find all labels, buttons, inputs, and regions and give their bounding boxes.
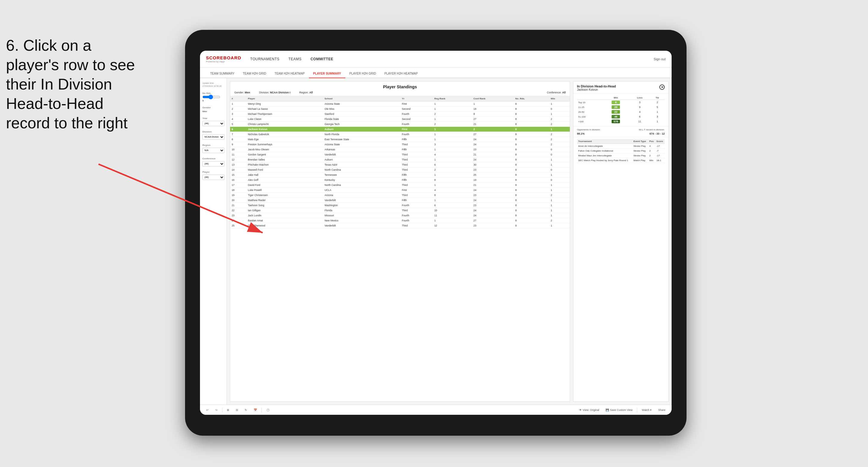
table-row[interactable]: 8 Mats Ege East Tennessee State Fifth 1 …	[230, 137, 570, 142]
nav-right: Sign out	[654, 57, 665, 61]
h2h-row: 11-25 20 9 5	[577, 105, 665, 110]
opponents-pct: 98.1%	[577, 132, 585, 135]
cell-conf-rank: 24	[472, 142, 514, 147]
table-row[interactable]: 6 Jackson Koivun Auburn First 1 2 8 1	[230, 127, 570, 132]
nav-teams[interactable]: TEAMS	[288, 56, 302, 62]
h2h-header: In Division Head-to-Head Jackson Koivun …	[574, 82, 668, 93]
cell-conf-rank: 21	[472, 183, 514, 188]
cell-yr: Fourth	[400, 213, 433, 218]
nav-sign-out[interactable]: Sign out	[654, 57, 665, 61]
cell-yr: Third	[400, 152, 433, 157]
h2h-range-label: >100	[577, 119, 602, 124]
cell-conf-rank: 24	[472, 213, 514, 218]
table-row[interactable]: 10 Jacob Mou Olesen Arkansas Fifth 1 23 …	[230, 147, 570, 152]
view-original-btn[interactable]: 👁 View: Original	[577, 408, 601, 412]
cell-win: 2	[549, 218, 570, 223]
cell-conf-rank: 21	[472, 122, 514, 127]
region-label: Region	[203, 144, 224, 147]
tourney-col-pos: Pos	[648, 139, 655, 144]
table-row[interactable]: 7 Nicholas Gabrelcik North Florida Fourt…	[230, 132, 570, 137]
cell-win: 1	[549, 203, 570, 208]
cell-conf-rank: 23	[472, 147, 514, 152]
cell-rds: 8	[514, 152, 549, 157]
bottom-toolbar: ↩ ↪ ⊞ ⊟ ↻ 📅 🕐 👁 View: Original 💾 Save Cu…	[200, 405, 672, 415]
cell-rds: 8	[514, 203, 549, 208]
subnav-player-h2h-heatmap[interactable]: PLAYER H2H HEATMAP	[380, 69, 422, 78]
cell-rank: 4	[230, 117, 246, 122]
cell-yr: Fourth	[400, 218, 433, 223]
h2h-row: >100 578 11 1	[577, 119, 665, 124]
cell-yr: Fourth	[400, 112, 433, 117]
watch-btn[interactable]: Watch ▾	[640, 408, 654, 412]
subnav-team-summary[interactable]: TEAM SUMMARY	[206, 69, 239, 78]
table-row[interactable]: 4 Luke Claton Florida State Second 1 27 …	[230, 117, 570, 122]
region-select[interactable]: N/A East West	[203, 148, 224, 153]
cell-player: Christo Lamprecht	[246, 122, 323, 127]
table-row[interactable]: 9 Preston Summerhays Arizona State Third…	[230, 142, 570, 147]
cell-school: Arkansas	[323, 147, 400, 152]
cell-conf-rank: 1	[472, 101, 514, 106]
cell-conf-rank: 2	[472, 127, 514, 132]
cell-win: 1	[549, 183, 570, 188]
subnav-player-summary[interactable]: PLAYER SUMMARY	[309, 69, 345, 78]
paste-btn[interactable]: ⊟	[234, 408, 240, 412]
h2h-range-label: 11-25	[577, 105, 602, 110]
h2h-tie-cell: 3	[650, 114, 665, 119]
cell-school: East Tennessee State	[323, 137, 400, 142]
clock-btn[interactable]: 🕐	[264, 408, 272, 412]
tournament-pos: 2	[648, 153, 655, 158]
nav-tournaments[interactable]: TOURNAMENTS	[250, 56, 279, 62]
cell-school: Georgia Tech	[323, 122, 400, 127]
table-row[interactable]: 2 Michael La Sasso Ole Miss Second 1 18 …	[230, 106, 570, 112]
close-button[interactable]: ✕	[659, 85, 665, 90]
h2h-player: Jackson Koivun	[577, 88, 616, 91]
subnav-team-h2h-grid[interactable]: TEAM H2H GRID	[239, 69, 271, 78]
opponents-section: Opponents in division: W-L-T record in-d…	[574, 127, 668, 137]
share-btn[interactable]: Share	[656, 408, 668, 412]
cell-reg-rank: 10	[433, 208, 472, 213]
table-row[interactable]: 5 Christo Lamprecht Georgia Tech Fourth …	[230, 122, 570, 127]
h2h-row: 51-100 46 6 3	[577, 114, 665, 119]
cell-conf-rank: 24	[472, 137, 514, 142]
tournament-type: Stroke Play	[632, 149, 648, 153]
cell-conf-rank: 23	[472, 203, 514, 208]
cell-win: 1	[549, 188, 570, 193]
h2h-title-area: In Division Head-to-Head Jackson Koivun	[577, 85, 616, 91]
cell-player: Mats Ege	[246, 137, 323, 142]
nav-committee[interactable]: COMMITTEE	[310, 56, 333, 62]
no-rds-slider[interactable]	[203, 96, 220, 98]
subnav-team-h2h-heatmap[interactable]: TEAM H2H HEATMAP	[271, 69, 309, 78]
table-row[interactable]: 1 Wenyi Ding Arizona State First 1 1 8 1	[230, 101, 570, 106]
col-no-rds: No. Rds.	[514, 96, 549, 101]
h2h-tie-cell: 2	[650, 100, 665, 105]
calendar-btn[interactable]: 📅	[252, 408, 259, 412]
cell-conf-rank: 24	[472, 188, 514, 193]
cell-conf-rank: 23	[472, 223, 514, 228]
year-select[interactable]: (All) 2024 2023	[203, 121, 224, 126]
undo-btn[interactable]: ↩	[204, 408, 211, 412]
cell-player: Nicholas Gabrelcik	[246, 132, 323, 137]
toolbar-sep3	[637, 408, 637, 412]
cell-rds: 8	[514, 142, 549, 147]
h2h-win-cell: 578	[602, 119, 629, 124]
sub-nav: TEAM SUMMARY TEAM H2H GRID TEAM H2H HEAT…	[200, 67, 672, 78]
cell-rds: 8	[514, 162, 549, 167]
table-row[interactable]: 3 Michael Thorbjornsen Stanford Fourth 2…	[230, 112, 570, 117]
cell-yr: Fifth	[400, 147, 433, 152]
cell-yr: Third	[400, 167, 433, 173]
save-custom-btn[interactable]: 💾 Save Custom View	[603, 408, 634, 412]
cell-conf-rank: 30	[472, 162, 514, 167]
nav-items: TOURNAMENTS TEAMS COMMITTEE	[250, 56, 653, 62]
division-select[interactable]: NCAA Division I NCAA Division II	[203, 134, 224, 139]
cell-rds: 8	[514, 127, 549, 132]
redo-btn[interactable]: ↪	[213, 408, 220, 412]
cell-win: 0	[549, 152, 570, 157]
h2h-loss-cell: 9	[629, 105, 650, 110]
copy-btn[interactable]: ⊞	[225, 408, 231, 412]
cell-win: 2	[549, 132, 570, 137]
filter-division: Division: NCAA Division I	[259, 91, 290, 94]
refresh-btn[interactable]: ↻	[243, 408, 249, 412]
cell-conf-rank: 24	[472, 198, 514, 203]
subnav-player-h2h-grid[interactable]: PLAYER H2H GRID	[345, 69, 380, 78]
h2h-win-cell: 8	[602, 100, 629, 105]
